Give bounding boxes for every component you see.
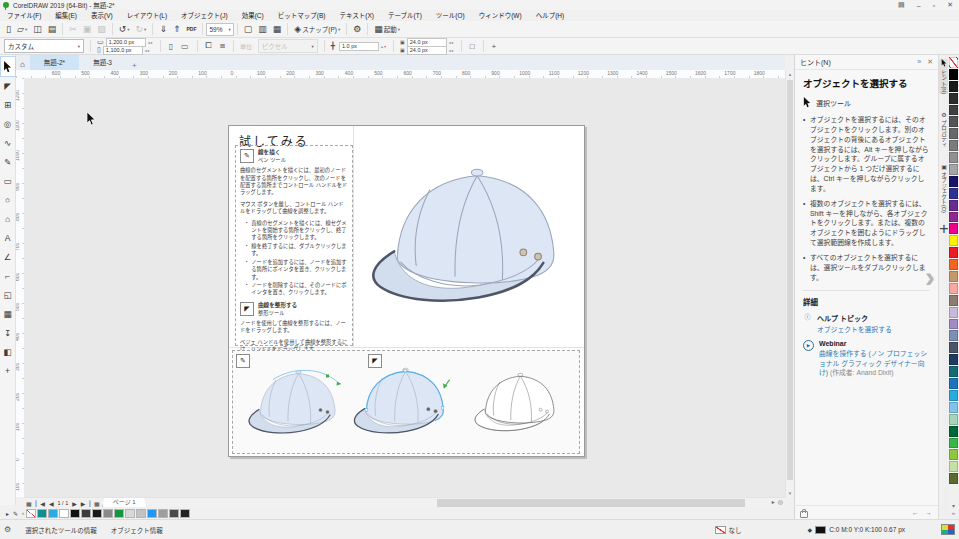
stepper-icon[interactable]: ◂▸	[449, 48, 455, 53]
scroll-up-icon[interactable]: ▴	[786, 70, 794, 78]
show-grid-button[interactable]: ▦	[270, 22, 285, 36]
help-topic-link[interactable]: オブジェクトを選択する	[817, 325, 892, 335]
fill-color-swatch[interactable]	[715, 526, 726, 534]
portrait-button[interactable]: ▯	[167, 42, 175, 51]
outline-color-swatch[interactable]	[815, 526, 826, 534]
palette-swatch-32[interactable]	[949, 438, 958, 449]
restore-icon[interactable]: ▫	[933, 2, 935, 9]
color-proof-icon[interactable]	[941, 524, 955, 535]
palette-swatch-7[interactable]	[949, 140, 958, 151]
horizontal-scroll-thumb[interactable]	[437, 499, 745, 507]
text-tool[interactable]: A	[1, 228, 15, 247]
drop-shadow-tool[interactable]: ◱	[1, 285, 15, 304]
vertical-scroll-thumb[interactable]	[787, 80, 793, 480]
menu-item-11[interactable]: ヘルプ(H)	[529, 10, 572, 21]
dimension-tool[interactable]: ∠	[1, 247, 15, 266]
artistic-media-tool[interactable]: ✎	[1, 152, 15, 171]
pick-tool[interactable]	[1, 57, 15, 76]
units-combo[interactable]: ピクセル ▾	[258, 39, 318, 53]
redo-button[interactable]: ↻▾	[133, 22, 150, 36]
doc-swatch-8[interactable]	[114, 509, 124, 518]
doc-swatch-1[interactable]	[37, 509, 47, 518]
palette-swatch-2[interactable]	[949, 81, 958, 92]
doc-swatch-5[interactable]	[81, 509, 91, 518]
menu-item-9[interactable]: ツール(O)	[429, 10, 472, 21]
palette-swatch-34[interactable]	[949, 461, 958, 472]
minimize-icon[interactable]: –	[917, 2, 921, 9]
document-tab-0[interactable]: 無題-2*	[30, 55, 79, 70]
palette-swatch-13[interactable]	[949, 212, 958, 223]
show-rulers-button[interactable]: ▥	[255, 22, 270, 36]
close-icon[interactable]: ✕	[947, 1, 953, 9]
export-button[interactable]: ⇑	[170, 22, 184, 36]
launch-button[interactable]: ▦起動▾	[371, 22, 403, 36]
drawing-canvas[interactable]: 試してみる ✎ 線を描く ペン ツール 曲線のセグメントを描くには、最初のノード…	[24, 78, 785, 497]
polygon-tool[interactable]: ⌂	[1, 209, 15, 228]
palette-flyout-icon[interactable]: ▸	[4, 510, 11, 517]
nudge-field[interactable]: 1.0 px	[339, 42, 379, 51]
menu-item-4[interactable]: オブジェクト(J)	[174, 10, 235, 21]
last-page-icon[interactable]: ▶▕	[79, 500, 92, 507]
drawing-page[interactable]: 試してみる ✎ 線を描く ペン ツール 曲線のセグメントを描くには、最初のノード…	[228, 125, 585, 457]
page-preset-combo[interactable]: カスタム ▾	[4, 39, 84, 53]
menu-item-8[interactable]: テーブル(T)	[381, 10, 429, 21]
vertical-scrollbar[interactable]: ▴ ▾	[785, 70, 794, 497]
palette-swatch-19[interactable]	[949, 283, 958, 294]
docker-close-icon[interactable]: ✕	[927, 58, 933, 66]
paste-button[interactable]: ▨	[94, 22, 109, 36]
transparency-tool[interactable]: ▦	[1, 304, 15, 323]
nav-back-icon[interactable]: ←	[912, 509, 919, 516]
add-page-icon[interactable]: ▦	[92, 500, 102, 507]
doc-swatch-12[interactable]	[158, 509, 168, 518]
palette-swatch-6[interactable]	[949, 128, 958, 139]
palette-swatch-10[interactable]	[949, 176, 958, 187]
landscape-button[interactable]: ▭	[179, 42, 191, 51]
lock-icon[interactable]	[800, 511, 808, 518]
first-page-icon[interactable]: ▏◀	[34, 500, 47, 507]
snap-to-button[interactable]: ◈スナップ(P)▾	[291, 22, 343, 36]
all-pages-icon[interactable]: ⧠	[204, 41, 214, 51]
add-page-icon[interactable]: ▦	[24, 500, 34, 507]
palette-swatch-26[interactable]	[949, 366, 958, 377]
palette-swatch-1[interactable]	[949, 69, 958, 80]
stepper-icon[interactable]: ◂▸	[148, 40, 154, 45]
dup-v-field[interactable]: 24.0 px	[407, 46, 447, 55]
palette-swatch-5[interactable]	[949, 116, 958, 127]
doc-swatch-2[interactable]	[48, 509, 58, 518]
menu-item-7[interactable]: テキスト(X)	[332, 10, 380, 21]
ellipse-tool[interactable]: ○	[1, 190, 15, 209]
new-document-button[interactable]: ▯	[3, 22, 14, 36]
doc-swatch-7[interactable]	[103, 509, 113, 518]
menu-item-3[interactable]: レイアウト(L)	[120, 10, 174, 21]
palette-swatch-30[interactable]	[949, 414, 958, 425]
menu-item-10[interactable]: ウィンドウ(W)	[472, 10, 529, 21]
palette-swatch-31[interactable]	[949, 426, 958, 437]
current-page-icon[interactable]: ⧈	[218, 41, 227, 51]
palette-overflow-icon[interactable]: »	[952, 510, 955, 517]
eyedropper-tool[interactable]: ↧	[1, 323, 15, 342]
palette-swatch-23[interactable]	[949, 330, 958, 341]
document-tab-1[interactable]: 無題-3	[79, 55, 126, 70]
palette-swatch-15[interactable]	[949, 235, 958, 246]
stepper-icon[interactable]: ▴▾	[381, 44, 387, 49]
treat-as-filled-button[interactable]: □	[468, 42, 477, 51]
palette-swatch-12[interactable]	[949, 200, 958, 211]
palette-swatch-21[interactable]	[949, 307, 958, 318]
menu-item-1[interactable]: 編集(E)	[48, 10, 84, 21]
connector-tool[interactable]: ⌐	[1, 266, 15, 285]
crop-tool[interactable]: ⊞	[1, 95, 15, 114]
palette-swatch-22[interactable]	[949, 319, 958, 330]
save-button[interactable]: ◫	[30, 22, 45, 36]
palette-swatch-9[interactable]	[949, 164, 958, 175]
palette-swatch-27[interactable]	[949, 378, 958, 389]
palette-swatch-25[interactable]	[949, 354, 958, 365]
fullscreen-preview-button[interactable]: ▢	[241, 22, 256, 36]
palette-swatch-18[interactable]	[949, 271, 958, 282]
page-height-field[interactable]: 1,100.0 px	[103, 46, 143, 55]
scroll-right-icon[interactable]: ▸	[772, 498, 775, 505]
doc-swatch-13[interactable]	[169, 509, 179, 518]
doc-swatch-11[interactable]	[147, 509, 157, 518]
doc-swatch-9[interactable]	[125, 509, 135, 518]
nav-forward-icon[interactable]: →	[925, 509, 932, 516]
next-page-icon[interactable]: ▶	[70, 500, 79, 507]
